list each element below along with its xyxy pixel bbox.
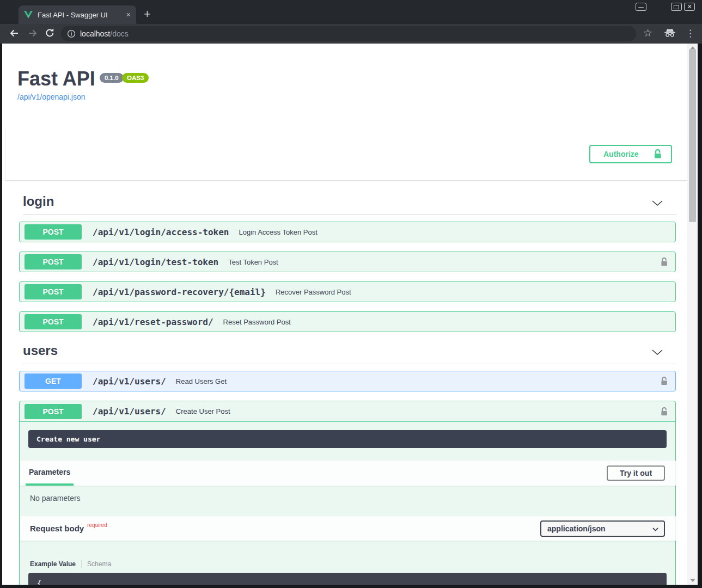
endpoint-summary: Create User Post — [176, 407, 230, 415]
tab-parameters[interactable]: Parameters — [26, 461, 74, 486]
unlock-icon[interactable] — [660, 376, 668, 386]
endpoint-path: /api/v1/password-recovery/{email} — [93, 287, 266, 297]
code-text: { — [37, 579, 41, 585]
endpoint-path: /api/v1/login/test-token — [93, 257, 218, 267]
bookmark-star-icon[interactable]: ☆ — [643, 27, 652, 39]
swagger-page: Fast API 0.1.0 OAS3 /api/v1/openapi.json… — [2, 44, 687, 585]
chevron-down-icon[interactable] — [651, 199, 663, 209]
favicon-icon — [24, 11, 33, 19]
url-path: /docs — [110, 29, 128, 38]
unlock-icon[interactable] — [660, 407, 668, 416]
endpoint-row-reset-password[interactable]: POST /api/v1/reset-password/ Reset Passw… — [19, 311, 676, 332]
tab-close-icon[interactable]: × — [126, 11, 131, 19]
tab-schema[interactable]: Schema — [87, 560, 111, 568]
page-scrollbar[interactable] — [687, 44, 698, 585]
browser-window: Fast API - Swagger UI × + — ✕ localhost/… — [0, 0, 702, 588]
tab-title: Fast API - Swagger UI — [38, 11, 123, 19]
authorize-button[interactable]: Authorize — [589, 145, 672, 163]
window-border-bottom — [0, 585, 702, 588]
tab-example-value[interactable]: Example Value — [30, 560, 76, 568]
oas3-badge: OAS3 — [122, 73, 149, 83]
endpoint-row-password-recovery[interactable]: POST /api/v1/password-recovery/{email} R… — [19, 281, 676, 302]
incognito-icon[interactable] — [664, 28, 676, 40]
endpoint-summary: Test Token Post — [228, 258, 278, 266]
version-badge: 0.1.0 — [100, 73, 124, 83]
scrollbar-thumb[interactable] — [689, 49, 696, 222]
method-badge: GET — [25, 373, 82, 389]
back-button[interactable] — [9, 28, 20, 39]
reload-button[interactable] — [45, 28, 55, 38]
chevron-down-icon — [652, 528, 658, 531]
tag-title-users: users — [23, 340, 676, 362]
endpoint-row-login-test-token[interactable]: POST /api/v1/login/test-token Test Token… — [19, 252, 676, 272]
endpoint-block-create-user: POST /api/v1/users/ Create User Post Cre… — [19, 401, 676, 585]
media-type-value: application/json — [547, 524, 606, 533]
endpoint-summary: Read Users Get — [176, 377, 227, 385]
scroll-down-arrow-icon[interactable] — [690, 579, 695, 582]
method-badge: POST — [25, 224, 82, 240]
maximize-icon — [674, 5, 679, 9]
method-badge: POST — [25, 404, 82, 419]
endpoint-path: /api/v1/reset-password/ — [93, 317, 213, 327]
browser-titlebar: Fast API - Swagger UI × + — ✕ — [0, 0, 702, 24]
window-maximize-button[interactable] — [671, 3, 682, 11]
browser-menu-icon[interactable]: ⋮ — [686, 28, 695, 39]
method-badge: POST — [25, 254, 82, 270]
openapi-spec-link[interactable]: /api/v1/openapi.json — [17, 93, 86, 101]
new-tab-button[interactable]: + — [144, 7, 151, 21]
authorize-label: Authorize — [603, 150, 639, 158]
endpoint-row-read-users[interactable]: GET /api/v1/users/ Read Users Get — [19, 371, 676, 391]
parameters-header: Parameters Try it out — [20, 461, 676, 486]
tag-title-login: login — [23, 191, 676, 212]
required-label: required — [87, 522, 107, 528]
endpoint-summary: Recover Password Post — [276, 288, 351, 296]
endpoint-path: /api/v1/login/access-token — [93, 227, 229, 237]
endpoint-row-create-user[interactable]: POST /api/v1/users/ Create User Post — [20, 401, 675, 422]
window-minimize-button[interactable]: — — [636, 3, 646, 11]
chevron-down-icon[interactable] — [651, 348, 663, 358]
unlock-icon — [653, 149, 662, 160]
try-it-out-button[interactable]: Try it out — [607, 465, 665, 481]
forward-button[interactable] — [27, 28, 38, 39]
method-badge: POST — [25, 314, 82, 329]
tag-section-login[interactable]: login — [23, 191, 676, 215]
endpoint-summary: Reset Password Post — [223, 318, 291, 326]
endpoint-path: /api/v1/users/ — [93, 406, 166, 416]
window-border-right — [698, 44, 702, 588]
browser-tab[interactable]: Fast API - Swagger UI × — [19, 5, 136, 24]
request-body-header: Request body required application/json — [20, 516, 676, 541]
tag-section-users[interactable]: users — [23, 340, 676, 364]
url-host: localhost — [80, 29, 110, 38]
window-border-left — [0, 44, 2, 588]
endpoint-path: /api/v1/users/ — [93, 376, 166, 387]
media-type-select[interactable]: application/json — [540, 520, 665, 537]
endpoint-summary: Login Access Token Post — [239, 228, 317, 236]
page-title: Fast API — [17, 68, 95, 90]
address-bar[interactable]: localhost/docs — [61, 26, 636, 41]
request-body-label: Request body — [30, 524, 84, 533]
method-badge: POST — [25, 284, 82, 299]
window-close-button[interactable]: ✕ — [684, 3, 695, 11]
endpoint-row-login-access-token[interactable]: POST /api/v1/login/access-token Login Ac… — [19, 222, 676, 242]
model-example-tabs: Example Value Schema — [30, 560, 111, 568]
no-parameters-text: No parameters — [30, 494, 81, 503]
example-code-block: { — [28, 573, 667, 585]
scheme-container: Authorize — [5, 128, 687, 180]
site-info-icon[interactable] — [67, 29, 76, 38]
unlock-icon[interactable] — [660, 257, 668, 267]
operation-description: Create new user — [28, 430, 667, 448]
tab-divider — [81, 560, 82, 568]
